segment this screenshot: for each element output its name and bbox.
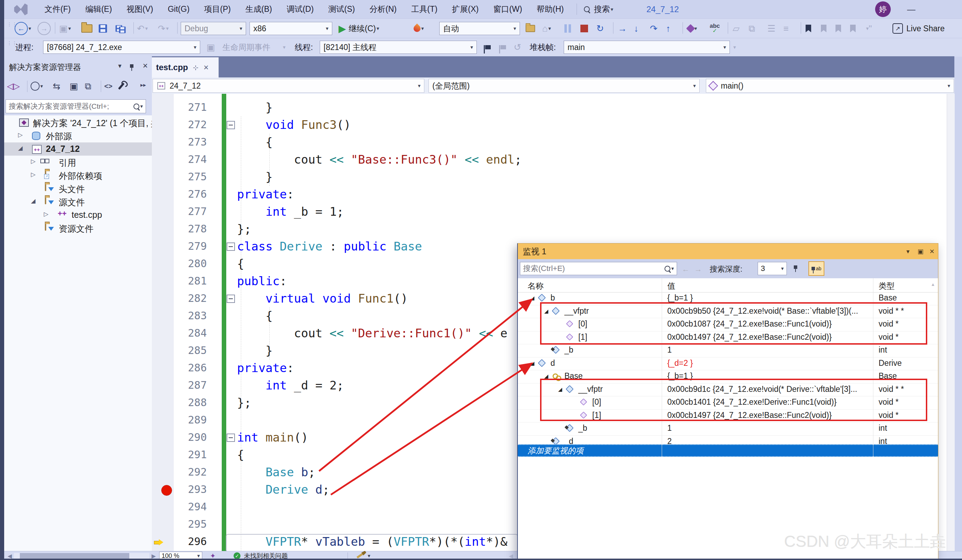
stop-debugging-button[interactable] (580, 21, 588, 35)
break-all-button[interactable] (564, 21, 571, 35)
breakpoint-indicator[interactable] (161, 485, 172, 496)
process-dropdown[interactable]: [87668] 24_7_12.exe▾ (43, 41, 200, 54)
tree-item-解决方案 '24_7_12' (1 个项目, 共[interactable]: 解决方案 '24_7_12' (1 个项目, 共 (4, 116, 152, 129)
code-analysis-button[interactable]: ▾ (688, 21, 697, 35)
undo-button[interactable]: ↶▾ (137, 21, 148, 35)
pin-icon[interactable] (130, 62, 134, 69)
collapsed-arrow-icon[interactable]: ▷ (31, 171, 36, 178)
hot-reload-button[interactable]: ▾ (413, 21, 424, 35)
clear-bookmarks-button[interactable] (850, 21, 855, 35)
watch-row-d[interactable]: ◢d{_d=2 }Derive (518, 357, 938, 371)
member-dropdown[interactable]: main()▾ (706, 79, 954, 93)
step-out-button[interactable]: ↑ (666, 21, 670, 35)
fold-collapse-icon[interactable] (227, 294, 235, 303)
watch-row-_b[interactable]: _b1int (518, 422, 938, 436)
watch-value[interactable]: {_b=1 } (667, 293, 871, 303)
minimize-button[interactable]: — (901, 0, 922, 18)
toolbar-overflow-button[interactable]: ▸▸ (140, 78, 146, 92)
expanded-arrow-icon[interactable]: ◢ (18, 145, 23, 152)
fold-collapse-icon[interactable] (227, 121, 235, 129)
watch-row-Base[interactable]: ◢Base{_b=1 }Base (518, 370, 938, 383)
step-over-button[interactable]: ↷ (650, 21, 657, 35)
menu-item-1[interactable]: 编辑(E) (78, 4, 119, 14)
tab-test-cpp[interactable]: test.cpp ⊹ ✕ (152, 57, 219, 77)
tree-item-资源文件[interactable]: 资源文件 (4, 222, 152, 235)
panel-menu-caret[interactable]: ▾ (118, 62, 122, 70)
properties-button[interactable] (120, 79, 122, 93)
switch-views-button[interactable]: ◁▷ (7, 79, 20, 93)
window-layout-button[interactable]: ⌂▾ (542, 21, 551, 35)
collapsed-arrow-icon[interactable]: ▷ (44, 211, 48, 218)
sync-with-active-document-button[interactable]: ⇆ (53, 79, 60, 93)
open-folder-button[interactable] (81, 21, 92, 35)
editor-vertical-scrollbar[interactable] (947, 94, 955, 551)
scrollbar-thumb[interactable] (20, 553, 129, 558)
project-dropdown[interactable]: ++ 24_7_12▾ (153, 79, 425, 93)
menu-item-8[interactable]: 分析(N) (362, 4, 404, 14)
next-bookmark-button[interactable] (836, 21, 841, 35)
collapse-all-button[interactable]: ▣ (69, 79, 78, 93)
pin-icon[interactable]: ⊹ (193, 64, 199, 72)
menu-item-5[interactable]: 生成(B) (238, 4, 279, 14)
menu-item-11[interactable]: 窗口(W) (486, 4, 529, 14)
show-next-statement-button[interactable]: → (618, 21, 627, 35)
tree-item-头文件[interactable]: 头文件 (4, 182, 152, 195)
scope-dropdown[interactable]: (全局范围)▾ (429, 79, 700, 93)
pending-changes-filter-button[interactable]: ▾ (31, 79, 43, 93)
solution-configuration-dropdown[interactable]: Debug▾ (181, 22, 246, 35)
watch-title-bar[interactable]: 监视 1 (518, 243, 938, 259)
toggle-bookmark-button[interactable] (805, 21, 811, 35)
menu-item-3[interactable]: Git(G) (161, 5, 197, 14)
watch-value[interactable]: 0x00cb1497 {24_7_12.exe!Base::Func2(void… (667, 333, 871, 342)
tree-item-源文件[interactable]: ◢源文件 (4, 195, 152, 208)
solution-search-input[interactable]: 搜索解决方案资源管理器(Ctrl+; ▾ (6, 99, 146, 113)
account-avatar[interactable]: 婷 (875, 2, 891, 17)
indent-increase-button[interactable]: ≡ (783, 21, 789, 35)
restart-button[interactable]: ↻ (596, 21, 604, 35)
watch-row-__vfptr[interactable]: ◢__vfptr0x00cb9b50 {24_7_12.exe!void(* B… (518, 305, 938, 319)
pin-values-button[interactable]: ab (809, 261, 824, 276)
previous-bookmark-button[interactable] (821, 21, 826, 35)
find-in-files-button[interactable] (525, 21, 536, 35)
format-pointer-button[interactable]: ▱ (733, 21, 739, 35)
dock-icon[interactable]: ▣ (917, 248, 923, 255)
thread-dropdown[interactable]: [82140] 主线程▾ (320, 41, 477, 54)
live-share-button[interactable]: ↗ Live Share (893, 21, 944, 35)
watch-value[interactable]: {_b=1 } (667, 372, 871, 381)
toolbar-overflow-button[interactable]: ▾ (733, 40, 736, 54)
search-depth-dropdown[interactable]: 3▾ (758, 262, 787, 275)
attach-mode-dropdown[interactable]: 自动▾ (439, 22, 520, 35)
navigate-forward-button[interactable]: → (37, 21, 51, 35)
continue-button[interactable]: ▶ 继续(C) ▾ (339, 21, 379, 35)
view-code-button[interactable]: <> (104, 79, 112, 93)
column-name[interactable]: 名称 (528, 281, 544, 291)
save-button[interactable] (99, 21, 107, 35)
watch-row-[0][interactable]: [0]0x00cb1087 {24_7_12.exe!Base::Func1(v… (518, 318, 938, 331)
lifecycle-caret[interactable]: ▾ (282, 40, 286, 54)
watch-value[interactable]: 0x00cb9d1c {24_7_12.exe!void(* Derive::`… (667, 385, 871, 394)
menu-item-2[interactable]: 视图(V) (119, 4, 161, 14)
tree-item-24_7_12[interactable]: ◢++24_7_12 (4, 142, 152, 156)
menu-item-6[interactable]: 调试(D) (279, 4, 321, 14)
column-type[interactable]: 类型 (879, 281, 894, 291)
toolbar-grip[interactable]: ⋮⋮ (7, 42, 10, 53)
show-all-files-button[interactable]: ⧉ (85, 79, 91, 93)
navigate-back-button[interactable]: ←▾ (15, 21, 31, 35)
copy-structure-button[interactable]: ⧉ (749, 21, 755, 35)
expanded-arrow-icon[interactable]: ◢ (544, 308, 549, 314)
column-value[interactable]: 值 (667, 281, 675, 291)
solution-platform-dropdown[interactable]: x86▾ (250, 22, 332, 35)
close-icon[interactable]: ✕ (203, 64, 209, 72)
watch-value[interactable]: 0x00cb1401 {24_7_12.exe!Derive::Func1(vo… (667, 397, 871, 407)
tree-item-test.cpp[interactable]: ▷++test.cpp (4, 208, 152, 222)
expanded-arrow-icon[interactable]: ◢ (558, 386, 562, 393)
watch-search-input[interactable]: 搜索(Ctrl+E) ▾ (520, 262, 677, 275)
stack-frame-dropdown[interactable]: main▾ (564, 41, 730, 54)
search-back-button[interactable]: ← (682, 265, 689, 274)
watch-row-__vfptr[interactable]: ◢__vfptr0x00cb9d1c {24_7_12.exe!void(* D… (518, 383, 938, 397)
step-into-button[interactable]: ↓ (634, 21, 638, 35)
menu-item-12[interactable]: 帮助(H) (529, 4, 571, 14)
pin-icon[interactable] (794, 264, 797, 270)
watch-value[interactable]: 1 (667, 345, 871, 355)
watch-row-[1][interactable]: [1]0x00cb1497 {24_7_12.exe!Base::Func2(v… (518, 410, 938, 423)
